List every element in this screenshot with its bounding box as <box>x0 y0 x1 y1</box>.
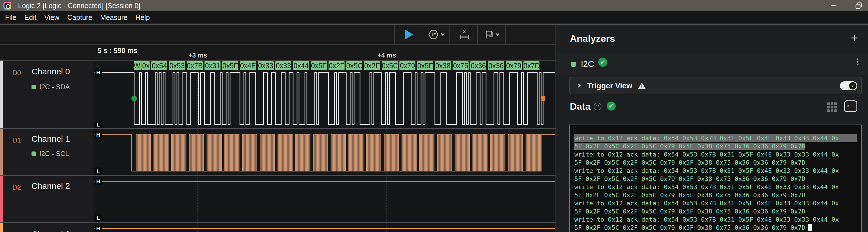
i2c-byte-annotation[interactable]: 0x2F <box>364 61 380 70</box>
chevron-right-icon <box>577 84 581 87</box>
i2c-byte-annotation[interactable]: 0x5F <box>417 61 433 70</box>
timing-markers-button[interactable]: 3 <box>450 25 478 44</box>
i2c-byte-annotation[interactable]: 0x7D <box>523 61 539 70</box>
channel1-analyzer-swatch <box>31 152 36 156</box>
channel-divider <box>0 128 556 129</box>
channel-divider <box>0 222 556 223</box>
data-entry-line[interactable]: 5F 0x2F 0x5C 0x2F 0x5C 0x79 0x5F 0x38 0x… <box>575 158 857 167</box>
i2c-byte-annotation[interactable]: 0x79 <box>506 61 522 70</box>
timing-markers-icon: 3 <box>458 29 469 40</box>
channel2-id: D2 <box>12 184 21 191</box>
toolbar-button-group: 1F 3 <box>394 25 506 44</box>
menu-item-capture[interactable]: Capture <box>63 11 96 24</box>
data-entry-line[interactable]: write to 0x12 ack data: 0x54 0x53 0x7B 0… <box>575 134 857 142</box>
app-logo-icon <box>3 2 11 9</box>
analyzers-section-title: Analyzers <box>570 33 615 44</box>
data-entry-line[interactable]: 5F 0x2F 0x5C 0x2F 0x5C 0x79 0x5F 0x38 0x… <box>575 191 857 199</box>
channel3-color-strip <box>0 223 3 232</box>
play-icon <box>405 30 413 39</box>
channel0-id: D0 <box>12 69 21 77</box>
channel0-analyzer-label: I2C - SDA <box>39 83 70 91</box>
i2c-byte-annotation[interactable]: 0x2F <box>329 61 345 70</box>
i2c-byte-annotation[interactable]: 0x44 <box>293 61 309 70</box>
i2c-byte-annotation[interactable]: 0x38 <box>435 61 451 70</box>
table-view-icon[interactable] <box>827 102 837 112</box>
channel0-name: Channel 0 <box>31 67 70 76</box>
trigger-view-toggle[interactable]: ✓ <box>840 81 857 90</box>
svg-text:3: 3 <box>463 29 465 34</box>
data-entry-line[interactable]: write to 0x12 ack data: 0x54 0x53 0x7B 0… <box>575 199 857 207</box>
data-entry-line[interactable]: write to 0x12 ack data: 0x54 0x53 0x7B 0… <box>575 150 857 158</box>
i2c-byte-annotation[interactable]: W[0x <box>134 61 150 70</box>
data-entry-line[interactable]: 5F 0x2F 0x5C 0x2F 0x5C 0x79 0x5F 0x38 0x… <box>575 207 857 216</box>
channel0-low-marker: L <box>94 121 102 129</box>
channel2-low-marker: L <box>94 214 102 222</box>
minimize-button[interactable] <box>825 0 842 11</box>
chevron-down-icon <box>440 32 444 36</box>
i2c-byte-annotation[interactable]: 0x36 <box>488 61 504 70</box>
menu-item-help[interactable]: Help <box>131 11 154 24</box>
analyzer-row-i2c[interactable]: I2C ✓ <box>556 54 868 75</box>
channel3-name: Channel 3 <box>31 229 70 232</box>
i2c-byte-annotation[interactable]: 0x7B <box>187 61 203 70</box>
menu-bar: FileEditViewCaptureMeasureHelp <box>0 11 868 24</box>
toggle-knob-check-icon: ✓ <box>849 82 857 89</box>
i2c-byte-annotation[interactable]: 0x5C <box>382 61 398 70</box>
channel1-high-marker: H <box>94 131 102 139</box>
i2c-byte-annotation[interactable]: 0x4E <box>240 61 256 70</box>
help-icon[interactable]: ? <box>594 103 601 110</box>
data-entry-line[interactable]: write to 0x12 ack data: 0x54 0x53 0x7B 0… <box>575 216 857 224</box>
start-capture-button[interactable] <box>394 25 422 44</box>
i2c-byte-annotation[interactable]: 0x33 <box>275 61 291 70</box>
channel1-low-marker: L <box>94 167 102 175</box>
label-column-separator <box>93 25 93 45</box>
menu-item-measure[interactable]: Measure <box>96 11 131 24</box>
analyzer-menu-button[interactable] <box>857 59 859 65</box>
i2c-byte-annotation[interactable]: 0x5F <box>222 61 238 70</box>
annotations-button[interactable] <box>478 25 506 44</box>
display-radix-button[interactable]: 1F <box>422 25 450 44</box>
channel1-id: D1 <box>12 136 21 144</box>
channel2-name: Channel 2 <box>31 181 70 191</box>
i2c-byte-annotation[interactable]: 0x31 <box>205 61 220 70</box>
side-panel: Analyzers + I2C ✓ Trigger View ✓ Data ? … <box>556 25 868 232</box>
data-console[interactable]: write to 0x12 ack data: 0x54 0x53 0x7B 0… <box>569 124 862 232</box>
timeline-ruler[interactable] <box>0 45 556 61</box>
i2c-byte-annotation[interactable]: 0x53 <box>169 61 185 70</box>
channel1-color-strip <box>0 129 3 175</box>
analyzer-color-swatch <box>571 62 576 67</box>
channel-divider <box>0 175 556 176</box>
add-analyzer-button[interactable]: + <box>851 31 858 45</box>
i2c-byte-annotation[interactable]: 0x75 <box>453 61 469 70</box>
trigger-view-panel[interactable]: Trigger View ✓ <box>569 77 862 94</box>
channel0-color-strip <box>0 61 3 128</box>
minimize-icon <box>831 5 836 6</box>
data-entry-line[interactable]: 5F 0x2F 0x5C 0x2F 0x5C 0x79 0x5F 0x38 0x… <box>575 224 857 232</box>
trigger-view-label: Trigger View <box>587 82 632 90</box>
i2c-byte-annotation[interactable]: 0x36 <box>470 61 486 70</box>
channel3-high-marker: H <box>94 225 102 232</box>
i2c-byte-annotation[interactable]: 0x33 <box>258 61 274 70</box>
terminal-view-icon[interactable]: ›_ <box>844 101 857 112</box>
channel0-analyzer-swatch <box>31 85 36 89</box>
channel0-sda-waveform <box>94 70 555 127</box>
menu-item-file[interactable]: File <box>1 11 20 24</box>
i2c-byte-annotation[interactable]: 0x5C <box>346 61 362 70</box>
i2c-start-marker <box>131 96 137 101</box>
label-column-separator <box>93 61 93 232</box>
menu-item-view[interactable]: View <box>40 11 63 24</box>
menu-item-edit[interactable]: Edit <box>20 11 40 24</box>
channel1-scl-waveform <box>94 132 555 174</box>
restore-icon <box>855 2 862 9</box>
logic2-window: Logic 2 [Logic - Connected] [Session 0] … <box>0 0 868 232</box>
data-entry-line[interactable]: write to 0x12 ack data: 0x54 0x53 0x7B 0… <box>575 183 857 191</box>
data-entry-line[interactable]: write to 0x12 ack data: 0x54 0x53 0x7B 0… <box>575 167 857 175</box>
channel2-waveform <box>94 181 555 182</box>
data-entry-line[interactable]: 5F 0x2F 0x5C 0x2F 0x5C 0x79 0x5F 0x38 0x… <box>575 142 857 150</box>
svg-text:1F: 1F <box>431 32 436 37</box>
i2c-byte-annotation[interactable]: 0x5F <box>311 61 327 70</box>
data-entry-line[interactable]: 5F 0x2F 0x5C 0x2F 0x5C 0x79 0x5F 0x38 0x… <box>575 175 857 183</box>
restore-button[interactable] <box>850 0 867 11</box>
i2c-byte-annotation[interactable]: 0x54 <box>151 61 167 70</box>
i2c-byte-annotation[interactable]: 0x79 <box>399 61 415 70</box>
